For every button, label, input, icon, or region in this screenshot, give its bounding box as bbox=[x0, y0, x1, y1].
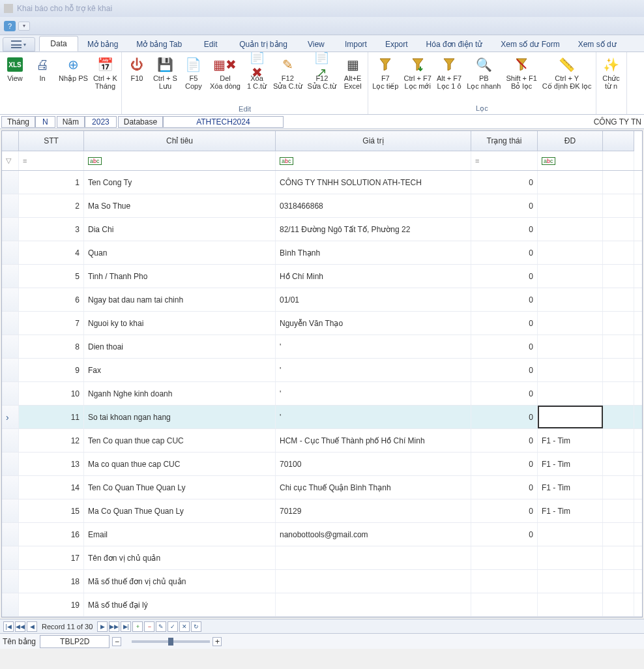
cell-trang-thai[interactable]: 0 bbox=[471, 429, 538, 452]
nav-add[interactable]: + bbox=[132, 621, 143, 632]
cell-gia-tri[interactable]: 0318466868 bbox=[276, 194, 471, 217]
cell-gia-tri[interactable] bbox=[276, 570, 471, 593]
cell-trang-thai[interactable] bbox=[471, 593, 538, 616]
filter-stt[interactable]: = bbox=[19, 151, 84, 170]
cell-dd[interactable] bbox=[538, 406, 603, 428]
zoom-out[interactable]: − bbox=[112, 637, 121, 646]
filter-gia-tri[interactable]: abc bbox=[276, 151, 471, 170]
table-row[interactable]: 5Tinh / Thanh PhoHồ Chí Minh0 bbox=[2, 265, 642, 288]
cell-trang-thai[interactable] bbox=[471, 546, 538, 569]
tab-edit[interactable]: Edit bbox=[191, 37, 230, 52]
cell-chi-tieu[interactable]: Mã số thuế đại lý bbox=[84, 593, 276, 616]
cell-stt[interactable]: 14 bbox=[19, 476, 84, 499]
filter-trang-thai[interactable]: = bbox=[471, 151, 538, 170]
cell-stt[interactable]: 16 bbox=[19, 523, 84, 546]
table-row[interactable]: 13Ma co quan thue cap CUC701000F1 - Tim bbox=[2, 453, 642, 476]
cell-trang-thai[interactable]: 0 bbox=[471, 335, 538, 358]
cell-trang-thai[interactable]: 0 bbox=[471, 382, 538, 405]
cell-gia-tri[interactable]: ' bbox=[276, 359, 471, 381]
tab-export[interactable]: Export bbox=[376, 37, 417, 52]
cell-dd[interactable]: F1 - Tim bbox=[538, 429, 603, 452]
cell-gia-tri[interactable]: Nguyễn Văn Thạo bbox=[276, 312, 471, 334]
ctrl-y-co-dinh-button[interactable]: 📏Ctrl + Y Cố định ĐK lọc bbox=[540, 55, 594, 103]
f12-sua-ctu-2-button[interactable]: 📄↗F12 Sửa C.từ bbox=[305, 55, 340, 104]
cell-trang-thai[interactable]: 0 bbox=[471, 288, 538, 311]
nav-first[interactable]: |◀ bbox=[3, 621, 14, 632]
cell-trang-thai[interactable]: 0 bbox=[471, 241, 538, 264]
cell-dd[interactable]: F1 - Tim bbox=[538, 499, 603, 522]
table-row[interactable]: 19Mã số thuế đại lý bbox=[2, 593, 642, 617]
table-row[interactable]: 2Ma So Thue03184668680 bbox=[2, 194, 642, 218]
tab-xem-so-du[interactable]: Xem số dư bbox=[569, 37, 626, 52]
file-tab[interactable]: ▼ bbox=[3, 37, 35, 52]
cell-trang-thai[interactable]: 0 bbox=[471, 406, 538, 428]
cell-chi-tieu[interactable]: Nguoi ky to khai bbox=[84, 312, 276, 334]
chuc-button[interactable]: ✨Chức từ n bbox=[598, 55, 625, 104]
cell-chi-tieu[interactable]: Fax bbox=[84, 359, 276, 381]
table-row[interactable]: 8Dien thoai'0 bbox=[2, 335, 642, 359]
cell-gia-tri[interactable]: HCM - Cục Thuế Thành phố Hồ Chí Minh bbox=[276, 429, 471, 452]
table-row[interactable]: 15Ma Co Quan Thue Quan Ly701290F1 - Tim bbox=[2, 499, 642, 523]
cell-trang-thai[interactable]: 0 bbox=[471, 312, 538, 334]
tab-data[interactable]: Data bbox=[39, 36, 78, 52]
cell-chi-tieu[interactable]: Ten Co Quan Thue Quan Ly bbox=[84, 476, 276, 499]
nam-value[interactable]: 2023 bbox=[85, 116, 117, 128]
table-row[interactable]: 3Dia Chi82/11 Đường Ngô Tất Tố, Phường 2… bbox=[2, 218, 642, 241]
tab-xem-so-du-form[interactable]: Xem số dư Form bbox=[491, 37, 568, 52]
cell-stt[interactable]: 18 bbox=[19, 570, 84, 593]
cell-gia-tri[interactable]: nanobottools@gmail.com bbox=[276, 523, 471, 546]
nav-last[interactable]: ▶| bbox=[121, 621, 131, 632]
tab-import[interactable]: Import bbox=[336, 37, 376, 52]
cell-chi-tieu[interactable]: Ngay bat dau nam tai chinh bbox=[84, 288, 276, 311]
nav-prev[interactable]: ◀ bbox=[27, 621, 37, 632]
cell-chi-tieu[interactable]: Dien thoai bbox=[84, 335, 276, 358]
cell-dd[interactable] bbox=[538, 218, 603, 241]
cell-stt[interactable]: 15 bbox=[19, 499, 84, 522]
cell-gia-tri[interactable]: Bình Thạnh bbox=[276, 241, 471, 264]
cell-chi-tieu[interactable]: So tai khoan ngan hang bbox=[84, 406, 276, 428]
cell-trang-thai[interactable]: 0 bbox=[471, 218, 538, 241]
filter-dd[interactable]: abc bbox=[538, 151, 603, 170]
nav-check[interactable]: ✓ bbox=[168, 621, 178, 632]
alt-f7-loc-1o-button[interactable]: Alt + F7 Lọc 1 ô bbox=[434, 55, 464, 103]
cell-trang-thai[interactable]: 0 bbox=[471, 523, 538, 546]
col-trang-thai[interactable]: Trạng thái bbox=[471, 131, 538, 151]
cell-gia-tri[interactable]: Chi cục Thuế Quận Bình Thạnh bbox=[276, 476, 471, 499]
cell-gia-tri[interactable]: 70129 bbox=[276, 499, 471, 522]
table-row[interactable]: 12Ten Co quan thue cap CUCHCM - Cục Thuế… bbox=[2, 429, 642, 453]
cell-stt[interactable]: 8 bbox=[19, 335, 84, 358]
shift-f1-bo-loc-button[interactable]: Shift + F1 Bỏ lọc bbox=[503, 55, 539, 103]
cell-dd[interactable] bbox=[538, 335, 603, 358]
tab-view[interactable]: View bbox=[297, 37, 336, 52]
cell-chi-tieu[interactable]: Ten Cong Ty bbox=[84, 171, 276, 194]
tab-hoa-don[interactable]: Hóa đơn điện tử bbox=[417, 37, 492, 52]
cell-gia-tri[interactable]: 01/01 bbox=[276, 288, 471, 311]
cell-dd[interactable] bbox=[538, 382, 603, 405]
grid-filter-row[interactable]: ▽ = abc abc = abc bbox=[2, 151, 642, 171]
nav-refresh[interactable]: ↻ bbox=[191, 621, 201, 632]
cell-trang-thai[interactable]: 0 bbox=[471, 171, 538, 194]
cell-trang-thai[interactable]: 0 bbox=[471, 499, 538, 522]
cell-stt[interactable]: 1 bbox=[19, 171, 84, 194]
table-row[interactable]: 14Ten Co Quan Thue Quan LyChi cục Thuế Q… bbox=[2, 476, 642, 499]
nav-edit[interactable]: ✎ bbox=[156, 621, 166, 632]
help-button[interactable]: ? bbox=[4, 21, 16, 31]
cell-dd[interactable] bbox=[538, 359, 603, 381]
alt-e-excel-button[interactable]: ▦Alt+E Excel bbox=[339, 55, 366, 104]
cell-stt[interactable]: 4 bbox=[19, 241, 84, 264]
cell-dd[interactable]: F1 - Tim bbox=[538, 476, 603, 499]
table-row[interactable]: 9Fax'0 bbox=[2, 359, 642, 382]
cell-stt[interactable]: 9 bbox=[19, 359, 84, 381]
table-row[interactable]: 1Ten Cong TyCÔNG TY TNHH SOLUTION ATH-TE… bbox=[2, 171, 642, 194]
cell-stt[interactable]: 7 bbox=[19, 312, 84, 334]
table-row[interactable]: 11So tai khoan ngan hang'0 bbox=[2, 406, 642, 429]
db-value[interactable]: ATHTECH2024 bbox=[163, 116, 283, 128]
cell-gia-tri[interactable]: ' bbox=[276, 382, 471, 405]
thang-value[interactable]: N bbox=[35, 116, 55, 128]
xoa-1-ctu-button[interactable]: 📄✖Xóa 1 C.từ bbox=[243, 55, 271, 104]
ten-bang-field[interactable]: TBLP2D bbox=[40, 635, 110, 648]
table-row[interactable]: 6Ngay bat dau nam tai chinh01/010 bbox=[2, 288, 642, 312]
print-button[interactable]: 🖨In bbox=[29, 55, 56, 104]
cell-chi-tieu[interactable]: Dia Chi bbox=[84, 218, 276, 241]
delete-row-button[interactable]: ▦✖Del Xóa dòng bbox=[207, 55, 243, 104]
